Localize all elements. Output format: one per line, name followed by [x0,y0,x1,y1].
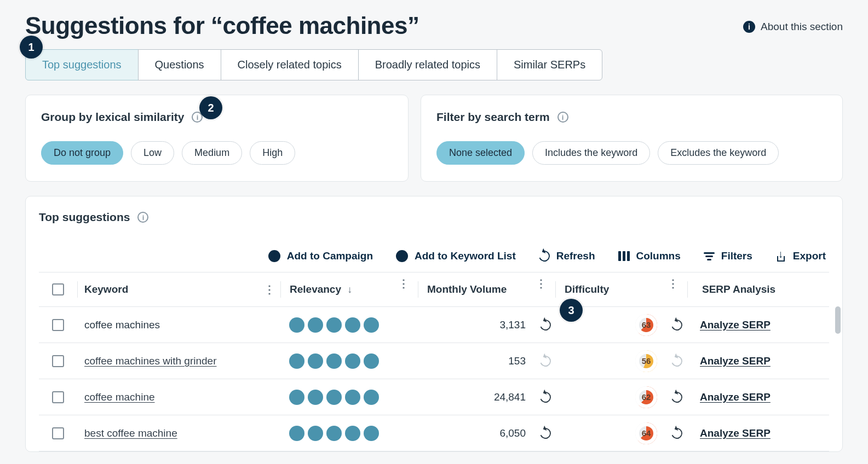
columns-button[interactable]: Columns [618,250,681,262]
sort-desc-icon: ↓ [347,284,352,295]
table-row: coffee machines3,13163Analyze SERP [39,307,829,343]
annotation-badge-1: 1 [20,36,43,59]
tab-broadly-related[interactable]: Broadly related topics [358,49,497,80]
plus-icon: + [396,250,408,262]
export-button[interactable]: Export [775,250,826,262]
refresh-icon[interactable] [670,426,685,440]
group-pill-medium[interactable]: Medium [182,141,242,165]
page-container: 1 2 3 Suggestions for “coffee machines” … [0,0,868,452]
col-difficulty[interactable]: Difficulty [565,283,609,295]
annotation-badge-3: 3 [560,299,583,322]
table-header: Keyword ⋮ Relevancy ↓ ⋮ Monthly Volume ⋮… [39,272,829,307]
analyze-serp-link[interactable]: Analyze SERP [700,427,771,439]
refresh-icon [537,249,551,264]
table-toolbar: + Add to Campaign + Add to Keyword List … [39,250,829,262]
monthly-volume: 3,131 [482,319,526,331]
relevancy-dots [289,426,417,441]
tab-closely-related[interactable]: Closely related topics [221,49,359,80]
relevancy-dots [289,353,417,369]
about-label: About this section [761,21,843,33]
col-keyword[interactable]: Keyword [84,283,128,295]
difficulty-gauge: 56 [635,350,657,372]
refresh-button[interactable]: Refresh [539,250,595,262]
filters-button[interactable]: Filters [704,250,752,262]
group-pill-low[interactable]: Low [131,141,174,165]
keyword-text[interactable]: best coffee machine [84,427,177,439]
plus-icon: + [268,250,280,262]
monthly-volume: 153 [482,355,526,367]
group-by-title: Group by lexical similarity [41,111,184,124]
tab-similar-serps[interactable]: Similar SERPs [497,49,602,80]
monthly-volume: 6,050 [482,427,526,439]
group-pill-do-not-group[interactable]: Do not group [41,141,123,165]
annotation-badge-2: 2 [199,96,222,119]
refresh-icon[interactable] [670,353,685,368]
info-icon[interactable]: i [137,212,148,223]
export-icon [775,251,786,262]
row-checkbox[interactable] [52,319,64,331]
refresh-icon[interactable] [538,317,553,332]
table-row: best coffee machine6,05064Analyze SERP [39,415,829,451]
refresh-icon[interactable] [670,390,685,404]
refresh-icon[interactable] [538,353,553,368]
filter-icon [704,252,715,260]
info-icon[interactable]: i [557,112,568,123]
row-checkbox[interactable] [52,355,64,367]
table-row: coffee machines with grinder15356Analyze… [39,343,829,379]
keyword-text: coffee machines [84,319,160,331]
col-relevancy[interactable]: Relevancy [290,283,341,295]
select-all-checkbox[interactable] [52,283,64,295]
refresh-icon[interactable] [538,426,553,440]
filter-by-card: Filter by search term i None selected In… [421,95,843,182]
difficulty-gauge: 63 [635,314,657,336]
tabs: Top suggestions Questions Closely relate… [25,49,843,80]
analyze-serp-link[interactable]: Analyze SERP [700,391,771,403]
col-volume[interactable]: Monthly Volume [427,283,507,295]
group-pill-high[interactable]: High [250,141,295,165]
about-section-link[interactable]: i About this section [743,21,843,33]
filter-by-title: Filter by search term [436,111,550,124]
refresh-icon[interactable] [670,317,685,332]
keyword-text[interactable]: coffee machine [84,391,155,403]
columns-icon [618,251,630,261]
filter-pill-none[interactable]: None selected [436,141,525,165]
tab-questions[interactable]: Questions [138,49,221,80]
relevancy-dots [289,390,417,405]
refresh-icon[interactable] [538,390,553,404]
monthly-volume: 24,841 [482,391,526,403]
table-row: coffee machine24,84162Analyze SERP [39,379,829,415]
add-to-keyword-list-button[interactable]: + Add to Keyword List [396,250,516,262]
row-checkbox[interactable] [52,427,64,439]
table-scrollbar[interactable] [835,306,841,334]
tab-top-suggestions[interactable]: Top suggestions [25,49,139,80]
difficulty-gauge: 64 [635,422,657,444]
info-icon: i [743,21,755,33]
col-serp[interactable]: SERP Analysis [702,283,775,295]
section-title: Top suggestions [39,211,130,224]
add-to-campaign-button[interactable]: + Add to Campaign [268,250,373,262]
filter-pill-excludes[interactable]: Excludes the keyword [658,141,779,165]
table-body: coffee machines3,13163Analyze SERPcoffee… [39,307,829,451]
results-card: Top suggestions i + Add to Campaign + Ad… [25,196,843,452]
results-table: Keyword ⋮ Relevancy ↓ ⋮ Monthly Volume ⋮… [39,272,829,451]
difficulty-gauge: 62 [635,386,657,408]
filter-pill-includes[interactable]: Includes the keyword [532,141,650,165]
keyword-text[interactable]: coffee machines with grinder [84,355,217,367]
relevancy-dots [289,317,417,333]
row-checkbox[interactable] [52,391,64,403]
page-title: Suggestions for “coffee machines” [25,12,419,39]
analyze-serp-link[interactable]: Analyze SERP [700,355,771,367]
analyze-serp-link[interactable]: Analyze SERP [700,319,771,330]
